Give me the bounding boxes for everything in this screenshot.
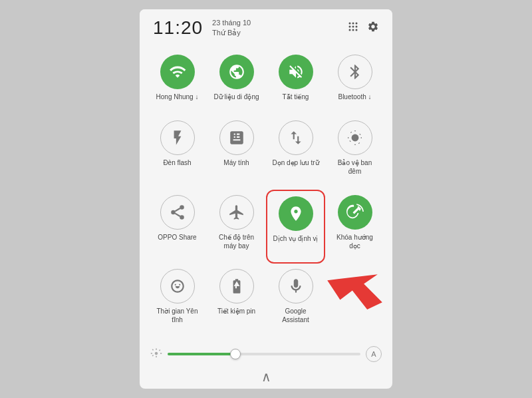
tile-wifi-label: Hong Nhung ↓ [156,93,199,101]
tile-assistant-label: Google Assistant [272,307,320,324]
tile-storage-label: Dọn dẹp lưu trữ [272,158,319,167]
tile-battery-saver[interactable]: Tiết kiệm pin [207,264,266,338]
svg-point-6 [349,29,351,31]
svg-point-8 [356,29,358,31]
brightness-sun-icon [150,347,162,361]
phone-screen: 11:20 23 tháng 10 Thứ Bảy [140,9,392,389]
quick-tiles-grid: Hong Nhung ↓ Dữ liệu di động Tắt tiếng B… [140,44,392,343]
tile-oppo-share[interactable]: OPPO Share [148,190,207,264]
tile-bluetooth-label: Bluetooth ↓ [338,93,371,101]
tile-rotation-label: Khóa hướng dọc [331,233,379,250]
svg-line-13 [175,213,180,216]
svg-point-7 [352,29,354,31]
silent-tile-icon [279,55,313,89]
night-tile-icon [338,120,372,155]
tile-mobile-data-label: Dữ liệu di động [213,93,259,101]
tile-bluetooth[interactable]: Bluetooth ↓ [325,49,384,115]
brightness-track[interactable] [168,353,360,355]
tile-silent[interactable]: Tắt tiếng [266,49,325,115]
tile-flashlight[interactable]: Đèn flash [148,115,207,190]
tile-night[interactable]: Bảo vệ ban đêm [325,115,384,190]
svg-point-10 [180,205,184,210]
airplane-tile-icon [219,195,254,230]
mobile-data-tile-icon [219,55,254,89]
svg-point-3 [349,25,351,27]
brightness-bar: A [140,343,392,363]
brightness-auto-button[interactable]: A [366,346,382,362]
location-tile-icon [279,196,313,231]
battery-saver-tile-icon [219,269,254,303]
flashlight-tile-icon [160,120,195,155]
assistant-tile-icon [279,269,313,303]
status-icons [347,21,379,36]
quiet-tile-icon [160,269,195,303]
tile-rotation[interactable]: Khóa hướng dọc [325,190,384,264]
tile-storage[interactable]: Dọn dẹp lưu trữ [266,115,325,190]
tile-calculator[interactable]: Máy tính [207,115,266,190]
svg-point-0 [349,22,351,24]
svg-point-11 [171,210,176,214]
svg-point-5 [356,25,358,27]
calculator-tile-icon [219,120,254,155]
tile-quiet[interactable]: Thời gian Yên tĩnh [148,264,207,338]
brightness-thumb [230,349,241,359]
bluetooth-tile-icon [338,55,372,89]
tile-battery-label: Tiết kiệm pin [217,307,255,315]
tile-airplane[interactable]: Chế độ trên máy bay [207,190,266,264]
date-block: 23 tháng 10 Thứ Bảy [212,18,251,39]
tile-location[interactable]: Dịch vụ định vị [266,190,325,264]
grid-icon [347,21,359,36]
settings-icon[interactable] [367,21,379,36]
tile-airplane-label: Chế độ trên máy bay [213,233,261,250]
clock: 11:20 [153,17,203,39]
tile-flashlight-label: Đèn flash [163,158,191,167]
svg-point-9 [351,134,358,141]
svg-point-1 [352,22,354,24]
tile-assistant[interactable]: Google Assistant [266,264,325,338]
tile-location-label: Dịch vụ định vị [273,234,319,243]
storage-tile-icon [279,120,313,155]
tile-wifi[interactable]: Hong Nhung ↓ [148,49,207,115]
wifi-tile-icon [160,55,195,89]
status-bar: 11:20 23 tháng 10 Thứ Bảy [140,9,392,44]
brightness-a-label: A [371,350,376,358]
oppo-share-tile-icon [160,195,195,230]
rotation-tile-icon [338,195,372,230]
svg-point-2 [356,22,358,24]
tile-calculator-label: Máy tính [223,158,249,167]
tile-night-label: Bảo vệ ban đêm [331,158,379,176]
svg-line-14 [175,208,180,211]
tile-quiet-label: Thời gian Yên tĩnh [154,307,201,324]
svg-point-4 [352,25,354,27]
brightness-fill [168,353,235,355]
nav-bar: ∧ [140,363,392,389]
tile-mobile-data[interactable]: Dữ liệu di động [207,49,266,115]
tile-silent-label: Tắt tiếng [283,93,309,101]
svg-point-12 [180,215,184,220]
chevron-up-icon[interactable]: ∧ [261,369,271,385]
tile-oppo-share-label: OPPO Share [158,233,196,242]
